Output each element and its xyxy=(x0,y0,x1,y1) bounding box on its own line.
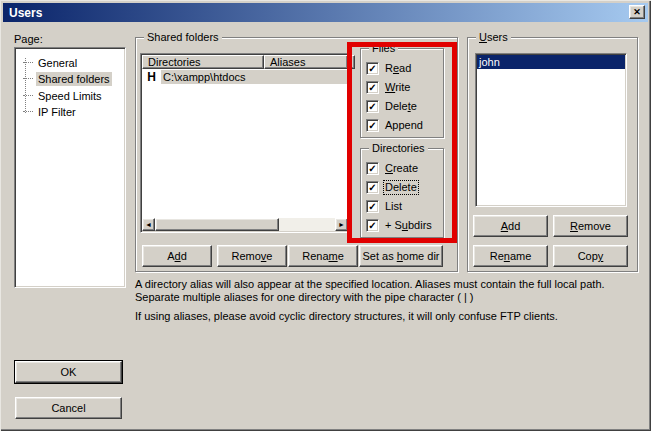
add-user-button[interactable]: Add xyxy=(473,215,548,237)
window-title: Users xyxy=(9,6,42,20)
ok-button[interactable]: OK xyxy=(15,361,122,383)
append-checkbox[interactable]: ✓ Append xyxy=(366,119,424,132)
scrollbar-track[interactable] xyxy=(279,218,335,231)
tree-stub xyxy=(23,95,33,96)
rename-user-button[interactable]: Rename xyxy=(473,245,548,267)
button-label: Rename xyxy=(490,250,532,262)
check-icon: ✓ xyxy=(368,163,376,174)
check-icon: ✓ xyxy=(368,182,376,193)
check-icon: ✓ xyxy=(368,220,376,231)
button-label: Remove xyxy=(570,220,611,232)
alias-help-paragraph-1: A directory alias will also appear at th… xyxy=(135,278,647,304)
append-label: Append xyxy=(384,119,424,132)
scrollbar-thumb[interactable] xyxy=(155,218,279,231)
column-header-aliases[interactable]: Aliases xyxy=(264,55,348,69)
button-label: Remove xyxy=(232,250,273,262)
page-item-ip-filter[interactable]: IP Filter xyxy=(18,104,78,119)
remove-directory-button[interactable]: Remove xyxy=(217,245,287,267)
page-label: Page: xyxy=(14,33,43,45)
button-label: Add xyxy=(167,250,187,262)
users-list: john xyxy=(475,53,627,207)
page-item-label: General xyxy=(36,56,79,70)
users-dialog: Users ✕ Page: General Shared folders Spe… xyxy=(0,0,651,431)
delete-files-checkbox[interactable]: ✓ Delete xyxy=(366,100,418,113)
page-item-label-selected: Shared folders xyxy=(36,72,112,86)
directory-row[interactable]: H C:\xampp\htdocs xyxy=(142,70,348,84)
shared-folders-group-label: Shared folders xyxy=(144,31,222,44)
read-checkbox[interactable]: ✓ Read xyxy=(366,62,412,75)
scroll-left-icon: ◄ xyxy=(145,221,152,228)
write-checkbox[interactable]: ✓ Write xyxy=(366,81,411,94)
page-item-general[interactable]: General xyxy=(18,55,79,70)
delete-dirs-checkbox[interactable]: ✓ Delete xyxy=(366,181,418,194)
check-icon: ✓ xyxy=(368,101,376,112)
page-item-label: IP Filter xyxy=(36,105,78,119)
check-icon: ✓ xyxy=(368,63,376,74)
cancel-button[interactable]: Cancel xyxy=(15,397,122,419)
user-row-selected[interactable]: john xyxy=(477,55,625,69)
close-icon: ✕ xyxy=(633,7,641,17)
users-group-label: Users xyxy=(476,31,511,44)
page-list: General Shared folders Speed Limits IP F… xyxy=(14,47,126,288)
add-directory-button[interactable]: Add xyxy=(142,245,212,267)
checkbox-box: ✓ xyxy=(366,62,379,75)
check-icon: ✓ xyxy=(368,82,376,93)
button-label: Rename xyxy=(302,250,344,262)
create-checkbox[interactable]: ✓ Create xyxy=(366,162,419,175)
close-button[interactable]: ✕ xyxy=(629,5,645,19)
copy-user-button[interactable]: Copy xyxy=(553,245,628,267)
rename-directory-button[interactable]: Rename xyxy=(288,245,358,267)
check-icon: ✓ xyxy=(368,201,376,212)
title-bar: Users ✕ xyxy=(3,3,648,22)
read-label: Read xyxy=(384,62,412,75)
tree-stub xyxy=(23,78,33,79)
horizontal-scrollbar[interactable]: ◄ ► xyxy=(142,218,348,231)
column-header-directories[interactable]: Directories xyxy=(142,55,264,69)
delete-dirs-label: Delete xyxy=(384,181,418,194)
column-header-filler xyxy=(348,55,355,69)
alias-help-text: A directory alias will also appear at th… xyxy=(135,278,647,323)
page-item-speed-limits[interactable]: Speed Limits xyxy=(18,88,104,103)
remove-user-button[interactable]: Remove xyxy=(553,215,628,237)
files-group-label: Files xyxy=(369,42,398,55)
create-label: Create xyxy=(384,162,419,175)
page-item-label: Speed Limits xyxy=(36,89,104,103)
checkbox-box: ✓ xyxy=(366,200,379,213)
subdirs-label: + Subdirs xyxy=(384,219,433,232)
checkbox-box: ✓ xyxy=(366,181,379,194)
alias-help-paragraph-2: If using aliases, please avoid cyclic di… xyxy=(135,310,647,323)
directories-group-label: Directories xyxy=(369,142,428,155)
write-label: Write xyxy=(384,81,411,94)
checkbox-box: ✓ xyxy=(366,81,379,94)
tree-stub xyxy=(23,111,33,112)
checkbox-box: ✓ xyxy=(366,162,379,175)
button-label: Add xyxy=(501,220,521,232)
delete-files-label: Delete xyxy=(384,100,418,113)
scroll-right-button[interactable]: ► xyxy=(335,218,348,231)
page-item-shared-folders[interactable]: Shared folders xyxy=(18,71,112,86)
check-icon: ✓ xyxy=(368,120,376,131)
list-checkbox[interactable]: ✓ List xyxy=(366,200,403,213)
checkbox-box: ✓ xyxy=(366,219,379,232)
scroll-right-icon: ► xyxy=(338,221,345,228)
set-as-home-dir-button[interactable]: Set as home dir xyxy=(359,245,443,267)
directory-list: Directories Aliases H C:\xampp\htdocs ◄ … xyxy=(140,53,350,233)
list-label: List xyxy=(384,200,403,213)
home-directory-marker: H xyxy=(142,70,161,84)
tree-stub xyxy=(23,62,33,63)
checkbox-box: ✓ xyxy=(366,100,379,113)
subdirs-checkbox[interactable]: ✓ + Subdirs xyxy=(366,219,433,232)
directory-path: C:\xampp\htdocs xyxy=(161,70,348,84)
button-label: Copy xyxy=(578,250,604,262)
scroll-left-button[interactable]: ◄ xyxy=(142,218,155,231)
checkbox-box: ✓ xyxy=(366,119,379,132)
button-label: Set as home dir xyxy=(362,250,439,262)
